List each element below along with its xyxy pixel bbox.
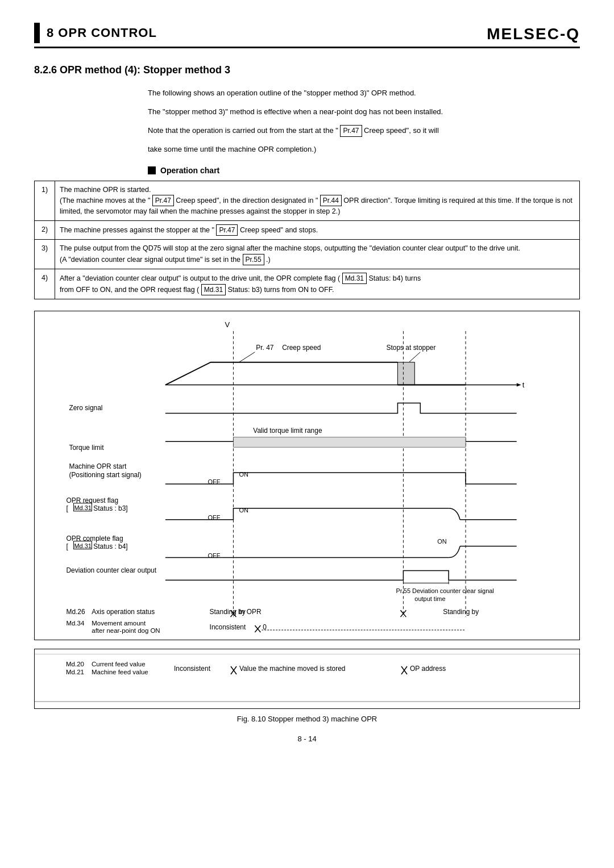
pr47-box-intro: Pr.47 [340,125,362,137]
intro-line3: Note that the operation is carried out f… [148,125,580,137]
intro-line4: take some time until the machine OPR com… [148,144,580,156]
step-num-4: 4) [35,269,55,299]
md31-box-4a: Md.31 [342,273,367,284]
v-axis-label: V [225,320,230,329]
page-number: 8 - 14 [34,735,580,743]
steps-table: 1) The machine OPR is started. (The mach… [34,181,580,299]
deviation-clear-label: Deviation counter clear output [66,566,156,574]
torque-limit-range-bar [233,437,466,447]
table-row: 1) The machine OPR is started. (The mach… [35,181,580,221]
creep-speed-label: Pr. 47 [256,344,274,352]
step-content-2: The machine presses against the stopper … [55,221,580,240]
pr55-label: Pr.55 Deviation counter clear signal [396,587,493,594]
stops-at-stopper-label: Stops at stopper [387,344,436,352]
step-num-1: 1) [35,181,55,221]
t-axis-label: t [522,380,525,389]
md20-label: Md.20 [66,639,84,640]
svg-text:Md.31: Md.31 [74,542,91,549]
page-header: 8 OPR CONTROL MELSEC-Q [34,23,580,48]
zero-signal-label: Zero signal [69,404,102,412]
pr47-box-1: Pr.47 [152,195,174,206]
stopper-block [397,362,414,385]
torque-limit-range-label: Valid torque limit range [253,427,322,435]
pr55-box: Pr.55 [243,254,264,265]
diagram-bottom: Md.20 Current feed value Md.21 Machine f… [34,649,580,709]
positioning-start-label: (Positioning start signal) [69,471,141,479]
section-title: 8.2.6 OPR method (4): Stopper method 3 [34,64,580,76]
op-chart-heading: Operation chart [148,166,580,175]
pr47-box-2: Pr.47 [216,224,238,236]
on-label-2: ON [239,507,248,514]
md34-label: Md.34 [66,620,84,627]
svg-text:Status : b4]: Status : b4] [93,542,127,550]
step-content-1: The machine OPR is started. (The machine… [55,181,580,221]
standing-by-2-label: Standing by [443,608,479,616]
axis-status-label-md: Md.26 [66,608,85,616]
header-left: 8 OPR CONTROL [34,23,157,43]
in-opr-label: In OPR [239,608,262,616]
svg-text:Axis operation status: Axis operation status [92,608,155,616]
intro-line1: The following shows an operation outline… [148,87,580,99]
step-num-3: 3) [35,240,55,269]
inconsistent-1-label: Inconsistent [210,623,246,631]
value-stored-label: Value the machine moved is stored [239,665,346,673]
table-row: 3) The pulse output from the QD75 will s… [35,240,580,269]
svg-text:Machine feed value: Machine feed value [92,669,148,675]
on-label-3: ON [437,537,447,544]
diagram-svg: V Pr. 47 Creep speed Stops at stopper t [35,311,579,640]
step-content-4: After a "deviation counter clear output"… [55,269,580,299]
pr44-box: Pr.44 [320,195,342,206]
svg-text:Movement amount: Movement amount [92,620,146,627]
inconsistent-2-label: Inconsistent [174,665,211,673]
op-address-label: OP address [410,665,446,673]
md20-b-label: Md.20 [66,661,84,667]
header-section-title: 8 OPR CONTROL [47,26,157,40]
md21-b-label: Md.21 [66,669,84,675]
header-brand: MELSEC-Q [487,25,580,43]
svg-text:Current feed value: Current feed value [92,639,145,640]
header-bar-decoration [34,23,40,43]
fig-caption: Fig. 8.10 Stopper method 3) machine OPR [34,715,580,723]
step-content-3: The pulse output from the QD75 will stop… [55,240,580,269]
machine-opr-start-label: Machine OPR start [69,462,127,470]
diagram-container: V Pr. 47 Creep speed Stops at stopper t [34,311,580,640]
page: 8 OPR CONTROL MELSEC-Q 8.2.6 OPR method … [0,0,614,868]
svg-text:after near-point dog ON: after near-point dog ON [92,627,160,634]
md31-box-4b: Md.31 [201,284,226,295]
svg-text:Current feed value: Current feed value [92,661,146,667]
svg-text:output time: output time [414,595,445,602]
svg-text:Status : b3]: Status : b3] [93,504,127,512]
svg-text:Md.31: Md.31 [74,504,91,511]
diagram-bottom-svg: Md.20 Current feed value Md.21 Machine f… [35,654,580,702]
svg-text:Creep speed: Creep speed [282,344,321,352]
intro-line2: The "stopper method 3)" method is effect… [148,106,580,118]
table-row: 4) After a "deviation counter clear outp… [35,269,580,299]
torque-limit-label: Torque limit [69,444,104,452]
table-row: 2) The machine presses against the stopp… [35,221,580,240]
step-num-2: 2) [35,221,55,240]
on-label-1: ON [239,471,248,478]
